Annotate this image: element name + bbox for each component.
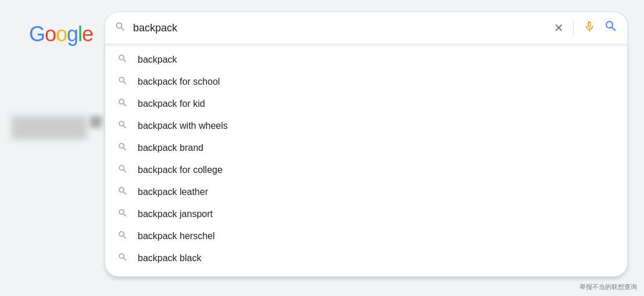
suggestion-item[interactable]: backpack jansport xyxy=(105,203,627,225)
logo-e: e xyxy=(82,22,93,46)
suggestion-search-icon xyxy=(117,142,128,154)
suggestion-item[interactable]: backpack with wheels xyxy=(105,115,627,137)
search-divider xyxy=(573,20,574,36)
suggestions-dropdown: backpackbackpack for schoolbackpack for … xyxy=(105,44,628,277)
suggestion-item[interactable]: backpack leather xyxy=(105,181,627,203)
search-input[interactable] xyxy=(133,22,554,34)
logo-o2: o xyxy=(56,22,67,46)
suggestion-text: backpack black xyxy=(138,253,201,263)
blurred-square xyxy=(90,116,102,128)
suggestion-search-icon xyxy=(117,98,128,110)
suggestion-text: backpack with wheels xyxy=(138,121,228,131)
suggestion-search-icon xyxy=(117,164,128,176)
suggestion-search-icon xyxy=(117,208,128,221)
blurred-content xyxy=(12,116,87,139)
suggestion-text: backpack herschel xyxy=(138,231,215,241)
search-box: ✕ xyxy=(105,12,628,44)
suggestion-text: backpack for school xyxy=(138,77,220,87)
search-magnify-icon xyxy=(115,21,126,33)
suggestion-item[interactable]: backpack brand xyxy=(105,137,627,159)
suggestion-text: backpack xyxy=(138,55,177,65)
suggestion-text: backpack for college xyxy=(138,165,223,175)
suggestion-item[interactable]: backpack black xyxy=(105,247,627,269)
suggestion-search-icon xyxy=(117,230,128,243)
search-button[interactable] xyxy=(604,19,618,37)
suggestions-list: backpackbackpack for schoolbackpack for … xyxy=(105,49,627,269)
suggestion-search-icon xyxy=(117,75,128,88)
suggestion-text: backpack leather xyxy=(138,187,208,197)
search-button-icon xyxy=(604,19,618,33)
search-container: ✕ xyxy=(105,12,628,277)
logo-g: G xyxy=(29,22,45,46)
suggestion-text: backpack jansport xyxy=(138,209,213,219)
search-icon-left xyxy=(115,21,126,35)
suggestion-item[interactable]: backpack for kid xyxy=(105,93,627,115)
google-logo: Google xyxy=(29,22,93,46)
footer-report-text[interactable]: 举报不当的联想查询 xyxy=(579,283,637,291)
suggestion-item[interactable]: backpack for college xyxy=(105,159,627,181)
suggestion-search-icon xyxy=(117,252,128,265)
suggestion-text: backpack for kid xyxy=(138,99,205,109)
page-background: Google ✕ xyxy=(0,0,644,296)
voice-search-button[interactable] xyxy=(583,20,596,35)
suggestion-search-icon xyxy=(117,120,128,132)
logo-g2: g xyxy=(67,22,78,46)
suggestion-item[interactable]: backpack herschel xyxy=(105,225,627,247)
logo-o1: o xyxy=(45,22,56,46)
suggestion-item[interactable]: backpack for school xyxy=(105,71,627,93)
suggestion-search-icon xyxy=(117,186,128,198)
clear-button[interactable]: ✕ xyxy=(554,21,564,35)
suggestion-text: backpack brand xyxy=(138,143,203,153)
suggestion-search-icon xyxy=(117,53,128,66)
suggestion-item[interactable]: backpack xyxy=(105,49,627,71)
